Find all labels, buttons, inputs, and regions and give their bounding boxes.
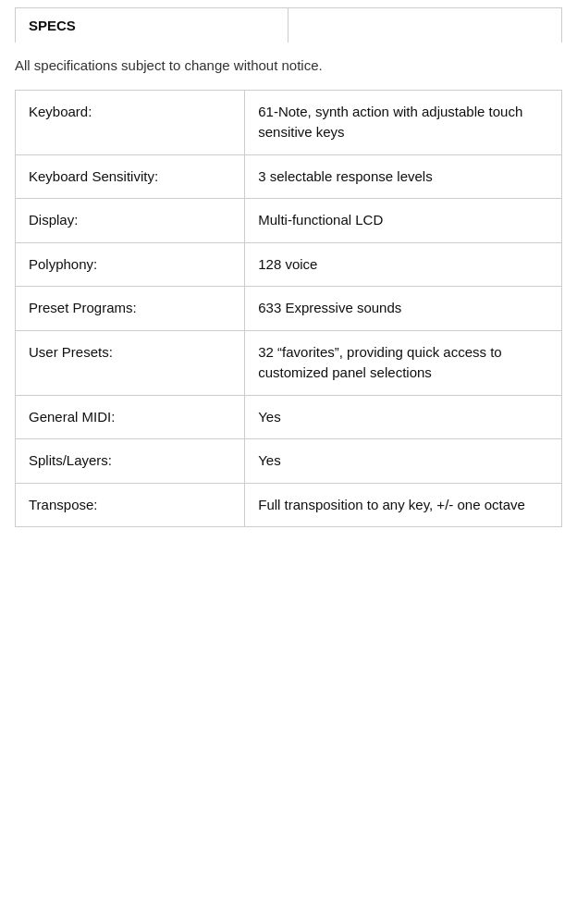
table-row: Splits/Layers:Yes xyxy=(16,439,562,484)
specs-header-row: SPECS xyxy=(15,7,562,43)
table-row: Polyphony:128 voice xyxy=(16,242,562,287)
spec-label: Keyboard: xyxy=(16,90,245,154)
spec-value: Full transposition to any key, +/- one o… xyxy=(245,483,562,527)
table-row: Display:Multi-functional LCD xyxy=(16,199,562,243)
table-row: User Presets:32 “favorites”, providing q… xyxy=(16,330,562,395)
spec-value: Yes xyxy=(245,439,562,484)
table-row: Transpose:Full transposition to any key,… xyxy=(16,483,562,527)
spec-label: General MIDI: xyxy=(16,395,245,439)
spec-value: 61-Note, synth action with adjustable to… xyxy=(245,90,562,154)
spec-label: Polyphony: xyxy=(16,242,245,287)
spec-value: 128 voice xyxy=(245,242,562,287)
spec-label: Keyboard Sensitivity: xyxy=(16,154,245,199)
table-row: Keyboard:61-Note, synth action with adju… xyxy=(16,90,562,154)
spec-label: Splits/Layers: xyxy=(16,439,245,484)
spec-label: Preset Programs: xyxy=(16,287,245,331)
spec-label: User Presets: xyxy=(16,330,245,395)
specs-header-label: SPECS xyxy=(16,8,288,43)
spec-label: Transpose: xyxy=(16,483,245,527)
spec-value: Yes xyxy=(245,395,562,439)
specs-table: Keyboard:61-Note, synth action with adju… xyxy=(15,90,562,528)
spec-label: Display: xyxy=(16,199,245,243)
spec-value: 32 “favorites”, providing quick access t… xyxy=(245,330,562,395)
notice-text: All specifications subject to change wit… xyxy=(15,43,562,90)
spec-value: 633 Expressive sounds xyxy=(245,287,562,331)
table-row: Keyboard Sensitivity:3 selectable respon… xyxy=(16,154,562,199)
spec-value: 3 selectable response levels xyxy=(245,154,562,199)
page-wrapper: SPECS All specifications subject to chan… xyxy=(0,0,577,542)
specs-header-value xyxy=(288,8,561,43)
table-row: Preset Programs:633 Expressive sounds xyxy=(16,287,562,331)
spec-value: Multi-functional LCD xyxy=(245,199,562,243)
table-row: General MIDI:Yes xyxy=(16,395,562,439)
